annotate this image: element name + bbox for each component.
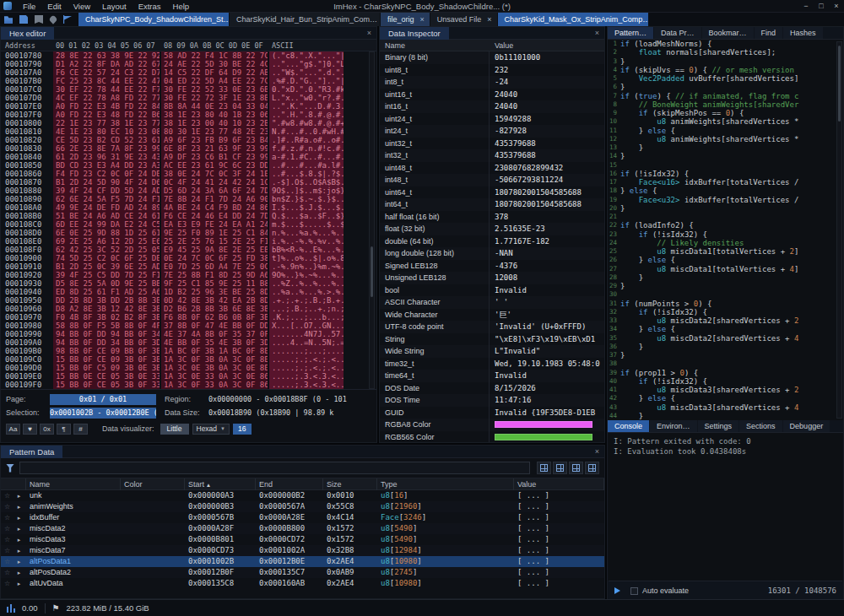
hex-ascii[interactable]: t]%..o%..$|.o%.8 [269, 254, 344, 262]
hex-ascii[interactable]: i.%..-%.%.%v..%. [269, 237, 344, 246]
hex-bytes[interactable]: 98 BB 0F CE 09 BB 0F 3B [53, 347, 160, 355]
inspector-row[interactable]: Wide StringL"Invalid" [380, 345, 604, 358]
editor-tab-datapr[interactable]: Data Pr… [654, 27, 701, 39]
hex-bytes[interactable]: B1 2D 25 0C 39 6E 25 AD [53, 262, 160, 271]
hex-bytes[interactable]: D2 B6 2B 8B 3B 6E 8E 3B [161, 305, 268, 313]
hex-bytes[interactable]: 1A 3C 0F 33 0A 3C 0F 86 [161, 381, 268, 389]
hex-bytes[interactable]: D5 6D 24 3A 6A 6F 24 7D [161, 186, 268, 195]
inspector-row[interactable]: float (32 bit)2.51635E-23 [380, 223, 604, 235]
code-line[interactable]: 19 Face<u32> idxBuffer[totalVertices / [608, 196, 843, 204]
hex-bytes[interactable]: DD 2B 8D 3B DD 2B 8B 3B [53, 296, 160, 305]
hex-bytes[interactable]: 24 AE 22 5D 30 BE 22 4C [161, 60, 268, 68]
inspector-row[interactable]: uint32_t435379688 [380, 138, 604, 150]
code-line[interactable]: 40 if (!isIdx32) { [608, 377, 843, 386]
inspector-row[interactable]: Binary (8 bit)0b11101000 [380, 51, 604, 64]
inspector-row[interactable]: RGBA8 Color [380, 419, 604, 431]
hex-bytes[interactable]: F4 FD 23 C2 0C 0F 24 DE [53, 170, 160, 178]
favorite-star-icon[interactable]: ☆ [1, 556, 14, 567]
hex-row[interactable]: 0001092039 4F 25 C5 DD 7D 25 F17E 25 8B … [1, 271, 364, 279]
code-line[interactable]: 37} [608, 351, 843, 359]
editor-tab-find[interactable]: Find [755, 27, 783, 39]
hex-bytes[interactable]: 6D EE 24 99 DA E2 24 C5 [53, 220, 160, 229]
file-tab[interactable]: CharSkyKid_Mask_Ox_StripAnim_Comp…× [498, 13, 648, 26]
editor-tab-hashes[interactable]: Hashes [783, 27, 823, 39]
hex-ascii[interactable]: .-$].O$..O$A$B$. [269, 178, 344, 186]
hex-ascii[interactable]: ..".H.".8.#.@.#. [269, 111, 344, 119]
column-header-color[interactable]: Color [121, 478, 185, 490]
code-line[interactable]: 9 if (skipMeshPos == 0) { [608, 109, 843, 117]
auto-evaluate-checkbox[interactable] [630, 587, 638, 595]
hex-row[interactable]: 00010960D8 A2 8E 3B 12 42 8E 3BD2 B6 2B … [1, 305, 364, 313]
code-line[interactable]: 17 Face<u16> idxBuffer[totalVertices / [608, 178, 843, 186]
expand-arrow-icon[interactable]: ▸ [14, 556, 24, 567]
hex-ascii[interactable]: .......;...;.... [269, 347, 344, 355]
hex-bytes[interactable]: 62 6E 24 5A F5 7D 24 F1 [53, 195, 160, 203]
code-line[interactable]: 22if (loadInfo2) { [608, 221, 843, 230]
favorite-star-icon[interactable]: ☆ [1, 534, 14, 545]
hex-row[interactable]: 00010820CE 5D 23 B2 CD 52 23 61A9 6F 23 … [1, 136, 364, 144]
pattern-row[interactable]: ☆▸altPosData20x00012B0F0x000135C70x0AB9u… [1, 567, 604, 578]
hex-row[interactable]: 00010930D5 8E 25 5A 0D 9E 25 BB9F 25 C1 … [1, 279, 364, 288]
hex-bytes[interactable]: 94 BB 0F DD 34 BB 0F 3D [53, 338, 160, 347]
expand-arrow-icon[interactable]: ▸ [14, 534, 24, 545]
menu-extras[interactable]: Extras [133, 2, 167, 11]
hex-ascii[interactable]: .-%.9n%..}%m.~%. [269, 262, 344, 271]
code-line[interactable]: 41 u8 miscData3[sharedVertices + 2 [608, 386, 843, 394]
expand-arrow-icon[interactable]: ▸ [14, 523, 24, 534]
hex-row[interactable]: 00010790D1 A2 22 8F DA AD 22 6724 AE 22 … [1, 60, 364, 68]
inspector-row[interactable]: UTF-8 code point'Invalid' (U+0xFFFD) [380, 321, 604, 333]
maximize-button[interactable]: □ [814, 2, 829, 10]
code-line[interactable]: 39if (prop11 > 0) { [608, 369, 843, 377]
hex-bytes[interactable]: 0C 4F 24 41 24 42 24 1C [161, 178, 268, 186]
menu-file[interactable]: File [17, 2, 41, 11]
hex-bytes[interactable]: E0 7D 25 6D A4 7E 25 0C [161, 262, 268, 271]
hex-bytes[interactable]: F6 CE 22 57 24 C3 22 D7 [53, 68, 160, 77]
hex-bytes[interactable]: 22 1E 23 77 38 1E 23 77 [53, 119, 160, 127]
code-line[interactable]: 12 u8 animWeights[sharedVertices * [608, 135, 843, 143]
console-tab-settings[interactable]: Settings [698, 420, 739, 432]
hex-bytes[interactable]: BD CD 23 E3 A4 DD 23 A3 [53, 161, 160, 170]
inspector-row[interactable]: int48_t-50667293811224 [380, 174, 604, 186]
hex-ascii[interactable]: ".#w8.#w8.#.@.#+ [269, 119, 344, 127]
inspector-row[interactable]: int64_t1807802001504585688 [380, 198, 604, 211]
hex-bytes[interactable]: 15 BB 0F CE 05 3B 0F 33 [53, 381, 160, 389]
editor-tab-pattern[interactable]: Pattern… [608, 27, 653, 39]
inspector-row[interactable]: uint8_t232 [380, 64, 604, 77]
inspector-row[interactable]: boolInvalid [380, 284, 604, 297]
page-indicator[interactable]: 0x01 / 0x01 [50, 394, 156, 405]
hex-ascii[interactable]: (."c8.".X."..."| [269, 51, 344, 60]
hex-bytes[interactable]: E9 45 25 9A 8E 2E 25 EB [161, 246, 268, 254]
minimize-button[interactable]: − [798, 2, 814, 10]
hex-bytes[interactable]: A9 DF 23 C6 B1 CF 23 99 [161, 153, 268, 161]
hex-ascii[interactable]: L."x.."w0."r?.#. [269, 94, 344, 102]
file-tab[interactable]: CharSkyNPC_Body_ShadowChildren_St…× [78, 13, 229, 26]
hex-row[interactable]: 000108B051 BE 24 A6 AD CE 24 61F6 CE 24 … [1, 212, 364, 220]
inspector-row[interactable]: uint16_t24040 [380, 89, 604, 101]
code-line[interactable]: 8 // BoneWeight animWeights[sharedVer [608, 100, 843, 109]
code-line[interactable]: 10 u8 animWeights[sharedVertices * [608, 117, 843, 126]
hex-row[interactable]: 0001084061 2D 23 96 31 9E 23 43A9 DF 23 … [1, 153, 364, 161]
hex-ascii[interactable]: X...[..O7..GN... [269, 322, 344, 330]
hex-row[interactable]: 000109A094 BB 0F DD 34 BB 0F 3D4E BB 0F … [1, 338, 364, 347]
hex-row[interactable]: 000109F015 BB 0F CE 05 3B 0F 331A 3C 0F … [1, 381, 364, 389]
expand-arrow-icon[interactable]: ▸ [14, 567, 24, 578]
hex-row[interactable]: 000107A0F6 CE 22 57 24 C3 22 D714 C5 22 … [1, 68, 364, 77]
format-dropdown[interactable]: Hexad▼ [192, 424, 230, 435]
hex-ascii[interactable]: .]#..R#a.o#..o#. [269, 136, 344, 144]
tree-view-button[interactable] [553, 462, 567, 474]
hex-ascii[interactable]: ..%Z..%..%...%.. [269, 279, 344, 288]
hex-bytes[interactable]: F6 CE 24 46 E4 DD 24 7D [161, 212, 268, 220]
code-line[interactable]: 3} [608, 57, 843, 66]
code-line[interactable]: 5 Vec2Padded uvBuffer[sharedVertices] [608, 74, 843, 83]
hex-row[interactable]: 00010910B1 2D 25 0C 39 6E 25 ADE0 7D 25 … [1, 262, 364, 271]
pattern-row[interactable]: ☆▸altUvData0x000135C80x000160AB0x2AE4u8[… [1, 578, 604, 589]
hex-bytes[interactable]: A9 6F 23 FB B9 6F 23 B4 [161, 136, 268, 144]
hex-row[interactable]: 000109E015 BB 0E CE 05 3B 0E 331A 3C 0E … [1, 372, 364, 381]
hex-bytes[interactable]: 1A 3C 0E 3B 0A 3C 0E 8E [161, 364, 268, 372]
hex-ascii[interactable]: bn$Z.}$.~.$.}$.. [269, 195, 344, 203]
inspector-row[interactable]: Signed LEB128-4376 [380, 260, 604, 273]
column-header-start[interactable]: Start ▲ [185, 478, 256, 490]
inspector-row[interactable]: ASCII Character' ' [380, 296, 604, 309]
hex-bytes[interactable]: 6E 8F 23 21 63 9F 23 99 [161, 144, 268, 153]
hex-option-button[interactable]: 0x [40, 424, 54, 435]
